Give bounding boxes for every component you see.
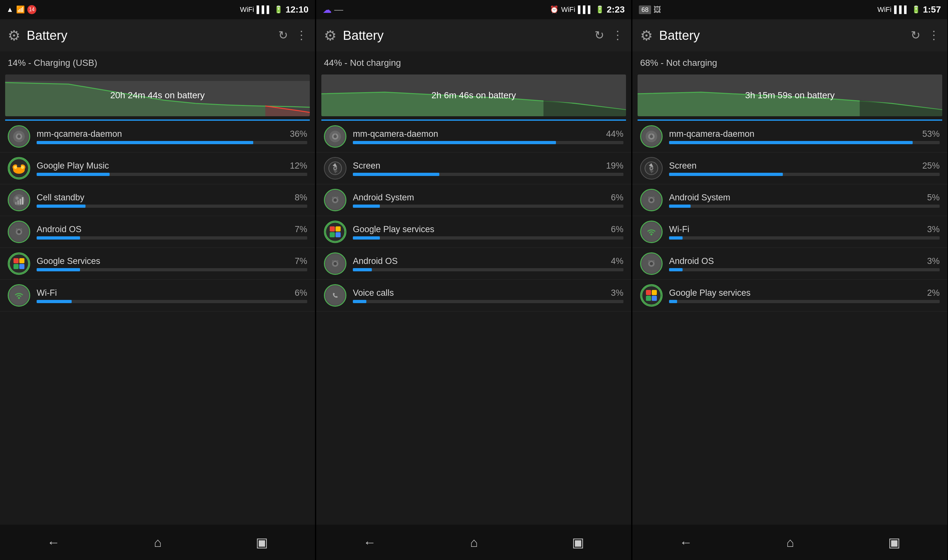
item-info-2: Android System 6% [353, 193, 623, 208]
status-right-icons: WiFi ▌▌▌ 🔋 1:57 [877, 5, 941, 15]
svg-point-80 [642, 286, 661, 305]
battery-status-text: 44% - Not charging [316, 51, 631, 71]
refresh-button[interactable]: ↻ [911, 29, 920, 42]
item-name: mm-qcamera-daemon [669, 129, 755, 139]
svg-point-38 [334, 133, 336, 135]
item-pct: 3% [611, 288, 623, 298]
svg-point-72 [653, 197, 655, 198]
battery-item-1[interactable]: Screen 19% [316, 152, 631, 184]
app-header: ⚙ Battery ↻ ⋮ [316, 19, 631, 51]
item-name-row: Screen 19% [353, 161, 623, 171]
battery-item-2[interactable]: Android System 6% [316, 184, 631, 216]
status-time: 1:57 [923, 5, 941, 15]
battery-item-1[interactable]: Google Play Music 12% [0, 152, 315, 184]
svg-rect-81 [646, 290, 651, 295]
battery-item-1[interactable]: Screen 25% [632, 152, 947, 184]
home-button[interactable]: ⌂ [777, 532, 804, 553]
signal-status-icon: 📶 [16, 5, 25, 14]
battery-item-5[interactable]: Voice calls 3% [316, 280, 631, 311]
status-left-icons: 68 🖼 [639, 5, 661, 14]
svg-rect-48 [330, 226, 335, 232]
back-button[interactable]: ← [37, 532, 69, 553]
item-pct: 3% [927, 256, 940, 266]
home-button[interactable]: ⌂ [144, 532, 171, 553]
item-bar-bg [669, 141, 940, 144]
refresh-button[interactable]: ↻ [278, 29, 288, 42]
item-pct: 6% [611, 193, 623, 203]
item-info-4: Android OS 4% [353, 256, 623, 271]
item-info-4: Google Services 7% [37, 256, 307, 271]
battery-list: mm-qcamera-daemon 44% [316, 121, 631, 525]
status-time: 12:10 [285, 5, 308, 15]
battery-item-0[interactable]: mm-qcamera-daemon 36% [0, 121, 315, 152]
item-name-row: Android System 6% [353, 193, 623, 203]
battery-item-4[interactable]: Google Services 7% [0, 248, 315, 280]
item-name-row: mm-qcamera-daemon 44% [353, 129, 623, 139]
svg-point-5 [17, 135, 20, 138]
item-bar-bg [37, 236, 307, 240]
item-bar-bg [669, 268, 940, 271]
battery-item-3[interactable]: Android OS 7% [0, 216, 315, 248]
svg-point-37 [334, 135, 337, 138]
app-title: Battery [659, 28, 904, 43]
status-left-icons: ▲ 📶 14 [6, 5, 36, 14]
item-bar [37, 173, 109, 176]
battery-item-5[interactable]: Wi-Fi 6% [0, 280, 315, 311]
content-area: 44% - Not charging 2h 6m 46s on battery [316, 51, 631, 525]
android-icon [324, 252, 347, 275]
item-name: Wi-Fi [669, 225, 689, 234]
item-pct: 3% [927, 225, 940, 234]
item-info-0: mm-qcamera-daemon 44% [353, 129, 623, 144]
recents-button[interactable]: ▣ [879, 532, 910, 553]
battery-item-4[interactable]: Android OS 3% [632, 248, 947, 280]
item-name: mm-qcamera-daemon [37, 129, 122, 139]
item-bar [353, 141, 556, 144]
item-name-row: Google Play services 2% [669, 288, 940, 298]
refresh-button[interactable]: ↻ [595, 29, 604, 42]
signal-bar-icon: ▌▌▌ [257, 5, 272, 14]
item-name-row: Screen 25% [669, 161, 940, 171]
back-button[interactable]: ← [670, 532, 702, 553]
item-name-row: mm-qcamera-daemon 36% [37, 129, 307, 139]
item-bar-bg [37, 300, 307, 303]
item-info-1: Screen 25% [669, 161, 940, 176]
item-name-row: Android OS 7% [37, 225, 307, 234]
svg-rect-18 [22, 197, 23, 205]
item-bar-bg [669, 173, 940, 176]
item-pct: 2% [927, 288, 940, 298]
svg-rect-26 [14, 258, 18, 263]
svg-point-45 [332, 197, 334, 198]
item-pct: 5% [927, 193, 940, 203]
battery-item-2[interactable]: Android System 5% [632, 184, 947, 216]
android-icon [8, 221, 30, 243]
svg-point-12 [21, 166, 24, 169]
battery-item-0[interactable]: mm-qcamera-daemon 53% [632, 121, 947, 152]
wifi-icon-status: WiFi [240, 5, 254, 14]
battery-item-0[interactable]: mm-qcamera-daemon 44% [316, 121, 631, 152]
item-name-row: Cell standby 8% [37, 193, 307, 203]
recents-button[interactable]: ▣ [246, 532, 277, 553]
battery-item-5[interactable]: Google Play services 2% [632, 280, 947, 311]
battery-item-3[interactable]: Google Play services 6% [316, 216, 631, 248]
back-button[interactable]: ← [353, 532, 385, 553]
item-name: Wi-Fi [37, 288, 57, 298]
battery-item-2[interactable]: Cell standby 8% [0, 184, 315, 216]
svg-point-24 [20, 228, 22, 230]
svg-rect-28 [14, 264, 18, 269]
battery-item-3[interactable]: Wi-Fi 3% [632, 216, 947, 248]
status-left-icons: ☁ — [323, 5, 343, 15]
more-button[interactable]: ⋮ [296, 29, 307, 42]
svg-rect-16 [17, 200, 19, 205]
more-button[interactable]: ⋮ [612, 29, 623, 42]
svg-point-46 [336, 197, 338, 198]
item-info-3: Android OS 7% [37, 225, 307, 240]
recents-button[interactable]: ▣ [563, 532, 594, 553]
item-bar-bg [353, 300, 623, 303]
home-button[interactable]: ⌂ [461, 532, 487, 553]
battery-item-4[interactable]: Android OS 4% [316, 248, 631, 280]
battery-graph: 20h 24m 44s on battery [5, 74, 310, 116]
signal-bar-icon: ▌▌▌ [894, 5, 909, 14]
more-button[interactable]: ⋮ [928, 29, 940, 42]
phone-panel-2: ☁ — ⏰ WiFi ▌▌▌ 🔋 2:23 ⚙ Battery ↻ ⋮ 44% … [316, 0, 632, 560]
music-icon [8, 157, 30, 180]
